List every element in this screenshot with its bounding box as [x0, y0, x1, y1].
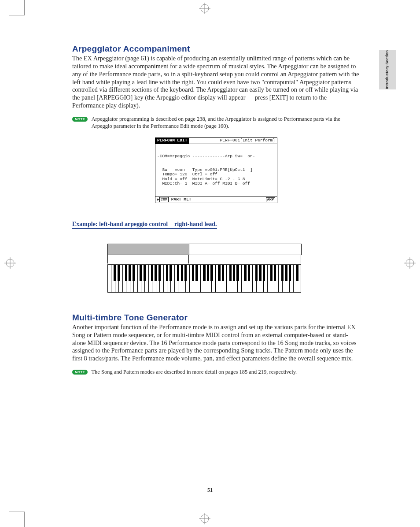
- white-key: [271, 265, 275, 292]
- note-text-2: The Song and Pattern modes are described…: [91, 369, 297, 376]
- white-key: [297, 265, 300, 292]
- white-key: [253, 265, 256, 292]
- white-key: [178, 265, 182, 292]
- crop-mark: [9, 512, 25, 512]
- white-key: [219, 265, 223, 292]
- white-key: [294, 265, 297, 292]
- white-key: [141, 265, 145, 292]
- lcd-screenshot: PERFORM EDIT PERF=001[Init Perform] -COM…: [155, 137, 277, 203]
- white-key: [227, 265, 230, 292]
- lcd-bottom-mid: PART MLT: [171, 197, 192, 202]
- registration-mark-icon: [404, 257, 416, 269]
- lcd-line1: -COM¤Arpeggio -------------Arp Sw= on-: [157, 154, 275, 159]
- white-key: [123, 265, 126, 292]
- white-key: [216, 265, 219, 292]
- note-row-1: NOTE Arpeggiator programming is describe…: [72, 116, 360, 130]
- white-key: [164, 265, 167, 292]
- section-tab-label: Introductory Section: [385, 50, 390, 89]
- left-hand-region: [107, 244, 189, 255]
- white-key: [119, 265, 122, 292]
- white-key: [234, 265, 238, 292]
- white-key: [134, 265, 137, 292]
- example-caption: Example: left-hand arpeggio control + ri…: [72, 221, 217, 229]
- keyboard-graphic: [107, 264, 301, 293]
- white-key: [115, 265, 119, 292]
- white-key: [257, 265, 260, 292]
- white-key: [275, 265, 279, 292]
- white-key: [190, 265, 193, 292]
- registration-mark-icon: [199, 513, 210, 524]
- note-row-2: NOTE The Song and Pattern modes are desc…: [72, 369, 360, 376]
- section-tab: Introductory Section: [379, 50, 396, 89]
- white-key: [286, 265, 290, 292]
- split-keyboard-diagram: [107, 244, 360, 293]
- white-key: [223, 265, 227, 292]
- white-key: [186, 265, 189, 292]
- white-key: [130, 265, 134, 292]
- white-key: [245, 265, 249, 292]
- page-number: 51: [0, 487, 420, 494]
- white-key: [175, 265, 178, 292]
- lcd-bottom-left: COM: [159, 197, 169, 202]
- white-key: [264, 265, 267, 292]
- white-key: [242, 265, 245, 292]
- white-key: [212, 265, 215, 292]
- lcd-lines: Sw =¤on Type =¤001:PRE[UpOct1 ] Tempo= 1…: [157, 168, 275, 186]
- lcd-bottom: ▶COM PART MLT ARP: [155, 197, 277, 203]
- crop-mark: [24, 512, 25, 527]
- note-badge-icon: NOTE: [72, 370, 88, 375]
- white-key: [238, 265, 241, 292]
- registration-mark-icon: [199, 3, 210, 14]
- white-key: [160, 265, 163, 292]
- white-key: [156, 265, 160, 292]
- heading-multi-timbre: Multi-timbre Tone Generator: [72, 313, 360, 323]
- registration-mark-icon: [4, 257, 16, 269]
- note-badge-icon: NOTE: [72, 117, 88, 122]
- white-key: [193, 265, 197, 292]
- crop-mark: [24, 0, 25, 15]
- white-key: [197, 265, 201, 292]
- white-key: [290, 265, 293, 292]
- note-text-1: Arpeggiator programming is described on …: [91, 116, 360, 130]
- body-arpeggiator: The EX Arpeggiator (page 61) is capable …: [72, 55, 360, 110]
- white-key: [230, 265, 234, 292]
- lcd-top-tab: PERFORM EDIT: [155, 138, 189, 143]
- white-key: [268, 265, 271, 292]
- white-key: [126, 265, 130, 292]
- lcd-bottom-right: ARP: [266, 197, 275, 202]
- white-key: [204, 265, 208, 292]
- white-key: [283, 265, 286, 292]
- body-multi-timbre: Another important function of the Perfor…: [72, 323, 360, 363]
- white-key: [167, 265, 171, 292]
- lcd-body: -COM¤Arpeggio -------------Arp Sw= on- S…: [155, 144, 277, 197]
- right-hand-region: [189, 244, 302, 255]
- white-key: [201, 265, 204, 292]
- white-key: [108, 265, 111, 292]
- white-key: [149, 265, 152, 292]
- lcd-top-right: PERF=001[Init Perform]: [189, 138, 277, 143]
- white-key: [152, 265, 156, 292]
- white-key: [260, 265, 264, 292]
- white-key: [138, 265, 141, 292]
- white-key: [111, 265, 115, 292]
- white-key: [145, 265, 148, 292]
- white-key: [208, 265, 212, 292]
- white-key: [279, 265, 282, 292]
- heading-arpeggiator: Arpeggiator Accompaniment: [72, 44, 360, 54]
- white-key: [182, 265, 186, 292]
- white-key: [171, 265, 174, 292]
- crop-mark: [9, 15, 25, 15]
- white-key: [249, 265, 253, 292]
